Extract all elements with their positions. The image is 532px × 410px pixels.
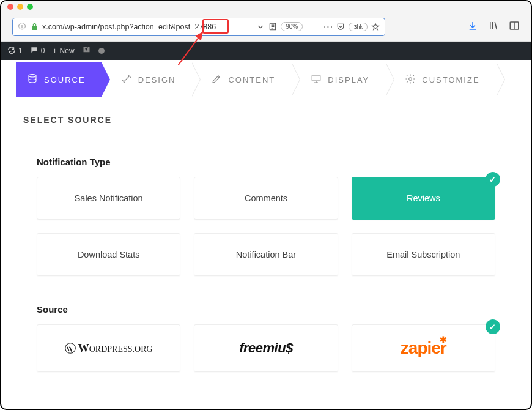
address-bar[interactable]: ⓘ x.com/wp-admin/post.php?action=edit&po… — [12, 18, 385, 36]
card-sales-notification[interactable]: Sales Notification — [37, 177, 180, 220]
wand-icon — [121, 73, 132, 86]
browser-toolbar: ⓘ x.com/wp-admin/post.php?action=edit&po… — [1, 12, 531, 42]
card-download-stats[interactable]: Download Stats — [37, 233, 180, 276]
svg-point-10 — [29, 74, 36, 77]
zapier-star-icon: ✱ — [440, 335, 446, 345]
dot-icon — [98, 48, 105, 54]
source-grid: WORDPRESS.ORG freemiu$ zapier✱ ✓ — [37, 324, 495, 372]
wp-updates[interactable]: 1 — [7, 46, 23, 56]
wp-admin-bar: 1 0 + New — [1, 42, 531, 60]
main-content: Notification Type Sales Notification Com… — [1, 125, 531, 372]
svg-point-14 — [409, 77, 412, 80]
step-label: DESIGN — [138, 75, 176, 84]
monitor-icon — [311, 73, 322, 86]
card-email-subscription[interactable]: Email Subscription — [352, 233, 495, 276]
step-design[interactable]: DESIGN — [102, 62, 192, 97]
step-label: CUSTOMIZE — [422, 75, 479, 84]
wp-yoast[interactable] — [82, 45, 91, 56]
notification-type-heading: Notification Type — [37, 157, 495, 167]
zapier-logo: zapier✱ — [401, 338, 446, 358]
yoast-icon — [82, 45, 91, 56]
card-freemius[interactable]: freemiu$ — [194, 324, 338, 372]
window-titlebar — [1, 1, 531, 12]
download-icon[interactable] — [467, 20, 478, 34]
minimize-window-button[interactable] — [17, 4, 23, 10]
card-label: Download Stats — [78, 250, 140, 259]
step-label: CONTENT — [228, 75, 275, 84]
source-heading: Source — [37, 304, 495, 315]
gear-icon — [405, 73, 416, 86]
wp-comments[interactable]: 0 — [30, 46, 45, 56]
wizard-steps: SOURCE DESIGN CONTENT DISPLAY CUSTOMIZE — [1, 62, 531, 97]
sidebar-toggle-icon[interactable] — [509, 20, 520, 34]
check-icon: ✓ — [486, 319, 500, 334]
refresh-icon — [7, 46, 16, 56]
wp-new-label: New — [60, 47, 75, 55]
wp-status-dot[interactable] — [98, 48, 105, 54]
info-icon: ⓘ — [18, 23, 26, 31]
wp-comments-count: 0 — [41, 47, 45, 55]
section-title: SELECT SOURCE — [1, 97, 531, 125]
card-label: Comments — [245, 193, 287, 203]
page-actions-icon[interactable]: ··· — [324, 23, 333, 31]
wordpress-logo: WORDPRESS.ORG — [65, 342, 153, 355]
chevron-down-icon[interactable] — [256, 23, 265, 31]
step-label: DISPLAY — [328, 75, 369, 84]
card-label: Notification Bar — [236, 250, 296, 259]
notification-type-grid: Sales Notification Comments Reviews ✓ Do… — [37, 177, 495, 276]
star-icon[interactable] — [371, 23, 380, 31]
bookmark-tag[interactable]: 3hk — [349, 23, 368, 31]
card-notification-bar[interactable]: Notification Bar — [194, 233, 338, 276]
wp-new[interactable]: + New — [52, 46, 74, 56]
database-icon — [27, 73, 38, 86]
browser-right-controls — [467, 20, 520, 34]
card-zapier[interactable]: zapier✱ ✓ — [352, 324, 495, 372]
freemius-logo: freemiu$ — [239, 340, 293, 356]
close-window-button[interactable] — [7, 4, 13, 10]
step-display[interactable]: DISPLAY — [291, 62, 385, 97]
card-label: Email Subscription — [386, 250, 460, 259]
step-customize[interactable]: CUSTOMIZE — [385, 62, 495, 97]
wp-updates-count: 1 — [18, 47, 23, 55]
step-source[interactable]: SOURCE — [16, 62, 102, 97]
step-label: SOURCE — [44, 75, 86, 84]
pencil-icon — [211, 73, 222, 86]
step-content[interactable]: CONTENT — [191, 62, 291, 97]
check-icon: ✓ — [486, 172, 500, 187]
card-wordpress[interactable]: WORDPRESS.ORG — [37, 324, 180, 372]
svg-line-6 — [495, 22, 497, 29]
card-comments[interactable]: Comments — [194, 177, 338, 220]
zoom-level[interactable]: 90% — [281, 22, 303, 31]
url-text: x.com/wp-admin/post.php?action=edit&post… — [42, 23, 216, 31]
card-label: Reviews — [407, 193, 440, 203]
comment-icon — [30, 46, 39, 56]
svg-rect-11 — [312, 75, 321, 81]
plus-icon: + — [52, 46, 57, 56]
card-reviews[interactable]: Reviews ✓ — [352, 177, 495, 220]
reader-mode-icon[interactable] — [268, 23, 277, 31]
card-label: Sales Notification — [75, 193, 143, 203]
library-icon[interactable] — [488, 20, 499, 34]
maximize-window-button[interactable] — [27, 4, 33, 10]
lock-icon — [30, 23, 39, 31]
pocket-icon[interactable] — [336, 23, 345, 31]
